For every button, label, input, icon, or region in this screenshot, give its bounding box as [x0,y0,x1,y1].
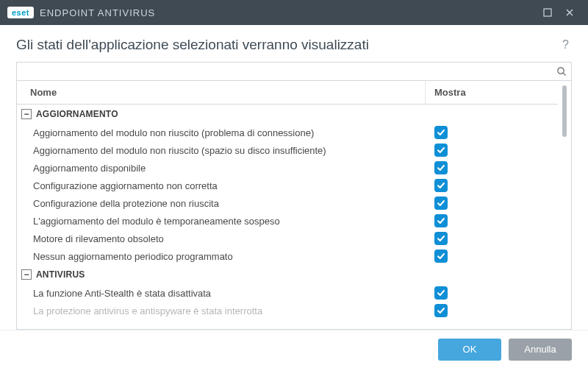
show-checkbox[interactable] [434,304,448,317]
row-show-cell [426,160,558,176]
row-label: La protezione antivirus e antispyware è … [17,302,426,319]
close-icon [565,8,574,17]
group-row[interactable]: −AGGIORNAMENTO [17,105,558,124]
table-header: Nome Mostra [17,81,558,105]
minimize-button[interactable] [537,0,559,25]
show-checkbox[interactable] [434,214,448,227]
row-label: Motore di rilevamento obsoleto [17,230,426,247]
help-button[interactable]: ? [559,35,572,54]
collapse-icon[interactable]: − [21,109,32,119]
group-label: AGGIORNAMENTO [36,109,118,119]
show-checkbox[interactable] [434,179,448,192]
ok-button[interactable]: OK [438,339,501,361]
show-checkbox[interactable] [434,232,448,245]
table-row: Configurazione della protezione non rius… [17,194,558,212]
footer: OK Annulla [0,330,588,368]
row-show-cell [426,142,558,158]
content: Nome Mostra −AGGIORNAMENTOAggiornamento … [0,62,588,330]
collapse-icon[interactable]: − [21,269,32,280]
group-label: ANTIVIRUS [36,269,85,280]
minimize-icon [543,8,552,17]
table-row: Nessun aggiornamento periodico programma… [17,247,558,265]
titlebar: eset ENDPOINT ANTIVIRUS [0,0,588,25]
table-row: Aggiornamento del modulo non riuscito (s… [17,141,558,159]
row-label: Aggiornamento del modulo non riuscito (s… [17,142,426,159]
row-label: La funzione Anti-Stealth è stata disatti… [17,285,426,302]
row-show-cell [426,195,558,211]
show-checkbox[interactable] [434,161,448,174]
row-label: Configurazione della protezione non rius… [17,195,426,212]
scrollbar-track[interactable] [561,85,568,325]
row-show-cell [426,124,558,141]
row-label: Aggiornamento disponibile [17,160,426,177]
column-header-show[interactable]: Mostra [426,81,558,104]
search-icon[interactable] [556,66,567,77]
table-row: La funzione Anti-Stealth è stata disatti… [17,284,558,302]
svg-rect-0 [544,9,551,16]
table-row: Aggiornamento disponibile [17,159,558,177]
header: Gli stati dell'applicazione selezionati … [0,25,588,62]
row-label: L'aggiornamento del modulo è temporaneam… [17,213,426,230]
show-checkbox[interactable] [434,286,448,300]
search-input[interactable] [21,63,556,80]
column-header-name[interactable]: Nome [17,81,426,104]
table-body[interactable]: Nome Mostra −AGGIORNAMENTOAggiornamento … [17,81,558,329]
cancel-button[interactable]: Annulla [509,339,572,361]
brand-logo: eset [7,7,34,18]
table-row: La protezione antivirus e antispyware è … [17,302,558,319]
brand: eset ENDPOINT ANTIVIRUS [7,7,155,18]
show-checkbox[interactable] [434,250,448,263]
row-label: Configurazione aggiornamento non corrett… [17,177,426,194]
table-row: Aggiornamento del modulo non riuscito (p… [17,124,558,141]
group-row[interactable]: −ANTIVIRUS [17,265,558,284]
row-show-cell [426,230,558,247]
show-checkbox[interactable] [434,126,448,139]
row-show-cell [426,302,558,319]
row-show-cell [426,285,558,301]
table-row: L'aggiornamento del modulo è temporaneam… [17,212,558,230]
table-row: Configurazione aggiornamento non corrett… [17,177,558,194]
page-title: Gli stati dell'applicazione selezionati … [16,37,559,53]
show-checkbox[interactable] [434,197,448,210]
show-checkbox[interactable] [434,144,448,157]
row-label: Nessun aggiornamento periodico programma… [17,248,426,265]
product-name: ENDPOINT ANTIVIRUS [40,7,155,18]
row-show-cell [426,213,558,229]
scrollbar-thumb[interactable] [562,85,567,137]
svg-point-1 [558,68,564,74]
row-show-cell [426,177,558,194]
table-row: Motore di rilevamento obsoleto [17,230,558,247]
row-label: Aggiornamento del modulo non riuscito (p… [17,124,426,141]
search-bar [16,62,572,81]
row-show-cell [426,248,558,264]
close-button[interactable] [559,0,581,25]
window: eset ENDPOINT ANTIVIRUS Gli stati dell'a… [0,0,588,368]
table: Nome Mostra −AGGIORNAMENTOAggiornamento … [16,81,572,330]
svg-line-2 [563,73,565,75]
